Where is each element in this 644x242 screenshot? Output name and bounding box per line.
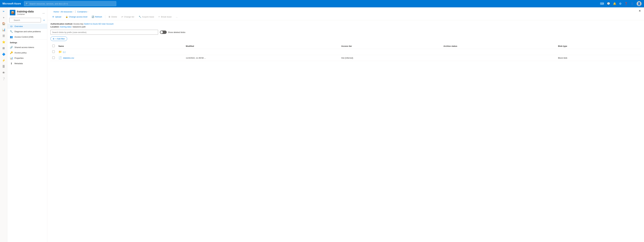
- question-icon[interactable]: ❔: [1, 76, 6, 82]
- close-button[interactable]: ✕: [638, 9, 641, 12]
- favorites-icon[interactable]: ⭐: [1, 39, 6, 45]
- avatar[interactable]: 👤: [636, 1, 642, 6]
- sidebar-icon-rail: ≫ ＋ 🏠 📊 ☰ ⭐ ⊞ 🔷 ⚡ 🗄 👁 ❔: [0, 7, 8, 242]
- upload-icon: ⬆: [52, 16, 54, 18]
- row-checkbox[interactable]: [52, 50, 55, 53]
- row-checkbox-cell: [50, 55, 56, 61]
- acquire-lease-button[interactable]: 🔧 Acquire lease: [137, 15, 156, 19]
- switch-auth-link[interactable]: Switch to Azure AD User Account: [84, 23, 113, 25]
- breadcrumb-home[interactable]: Home: [54, 10, 59, 13]
- feedback-icon[interactable]: 💬: [607, 2, 610, 5]
- table-row: 📁 [..]: [50, 49, 641, 55]
- storage-link[interactable]: training-data: [60, 26, 71, 28]
- database-icon[interactable]: 🗄: [1, 64, 6, 69]
- blob-table: Name Modified Access tier Archive status…: [50, 43, 641, 61]
- nav-search-input[interactable]: [9, 18, 41, 22]
- resource-more-button[interactable]: ...: [42, 11, 45, 14]
- select-all-checkbox[interactable]: [52, 45, 55, 47]
- nav-collapse-button[interactable]: «: [43, 18, 45, 22]
- nav-item-properties[interactable]: 📊 Properties: [8, 55, 47, 61]
- access-policy-icon: 🔑: [10, 51, 13, 54]
- menu-icon[interactable]: ☰: [1, 33, 6, 39]
- add-icon[interactable]: ＋: [1, 15, 6, 20]
- iam-icon: 👥: [10, 35, 13, 38]
- change-tier-button[interactable]: ⇄ Change tier: [120, 15, 136, 19]
- nav-item-overview[interactable]: 🗂 Overview: [8, 24, 47, 29]
- folder-link[interactable]: [..]: [63, 51, 65, 53]
- nav-item-iam[interactable]: 👥 Access Control (IAM): [8, 34, 47, 40]
- home-icon[interactable]: 🏠: [1, 21, 6, 26]
- resource-subtitle: Container: [17, 13, 34, 15]
- file-icon: 📄: [58, 56, 62, 60]
- table-header-blob-type: Blob type: [556, 43, 641, 49]
- table-header-modified: Modified: [184, 43, 340, 49]
- add-filter-button[interactable]: ⊕ + Add filter: [50, 36, 67, 41]
- table-header-access-tier: Access tier: [340, 43, 442, 49]
- nav-item-diagnose[interactable]: 🔧 Diagnose and solve problems: [8, 29, 47, 34]
- nav-item-access-policy[interactable]: 🔑 Access policy: [8, 50, 47, 55]
- row-modified-cell: 11/4/2022, 11:49:58 ...: [184, 55, 340, 61]
- delete-button[interactable]: 🗑 Delete: [106, 15, 119, 19]
- content-area: Authentication method: Access key Switch…: [47, 20, 644, 63]
- location-info: Location: training-data / datastore-path: [50, 26, 641, 28]
- page-header: Home › All resources › Containers › ✕: [47, 7, 644, 13]
- metadata-icon: ℹ: [10, 62, 13, 65]
- breadcrumb: Home › All resources › Containers ›: [50, 8, 641, 13]
- row-access-tier-cell: [340, 49, 442, 55]
- search-icon: 🔍: [26, 2, 28, 5]
- row-access-tier-cell: Hot (Inferred): [340, 55, 442, 61]
- cloud-shell-icon[interactable]: ⌨: [600, 2, 604, 5]
- global-search-bar[interactable]: 🔍 Search resources, services, and docs (…: [24, 1, 116, 6]
- notifications-icon[interactable]: 🔔: [613, 2, 616, 5]
- row-name-cell: 📁 [..]: [56, 49, 184, 55]
- lightning-icon[interactable]: ⚡: [1, 58, 6, 63]
- nav-item-shared-access-tokens[interactable]: 🔗 Shared access tokens: [8, 45, 47, 50]
- row-archive-status-cell: [442, 49, 556, 55]
- row-blob-type-cell: Block blob: [556, 55, 641, 61]
- file-link[interactable]: diabetes.csv: [63, 57, 74, 59]
- left-navigation: 📦 training-data Container ... 🔍 « 🗂 Over…: [8, 7, 47, 242]
- change-tier-icon: ⇄: [121, 16, 123, 18]
- break-lease-button[interactable]: ✂ Break lease: [156, 15, 174, 19]
- toolbar: ⬆ Upload 🔒 Change access level 🔄 Refresh…: [47, 13, 644, 20]
- dashboard-icon[interactable]: 📊: [1, 27, 6, 32]
- blob-search-input[interactable]: [50, 30, 158, 35]
- row-archive-status-cell: [442, 55, 556, 61]
- help-icon[interactable]: ❓: [624, 2, 628, 5]
- filter-icon: ⊕: [53, 38, 54, 40]
- breadcrumb-sep-3: ›: [88, 11, 88, 12]
- resources-icon[interactable]: ⊞: [1, 45, 6, 51]
- row-checkbox[interactable]: [52, 56, 55, 59]
- delete-icon: 🗑: [108, 16, 110, 18]
- breadcrumb-all-resources[interactable]: All resources: [60, 10, 72, 13]
- nav-item-metadata[interactable]: ℹ Metadata: [8, 61, 47, 66]
- upload-button[interactable]: ⬆ Upload: [50, 15, 63, 19]
- overview-icon: 🗂: [10, 25, 13, 28]
- properties-icon: 📊: [10, 57, 13, 60]
- row-modified-cell: [184, 49, 340, 55]
- show-deleted-toggle[interactable]: [160, 30, 167, 34]
- lock-icon: 🔒: [66, 16, 68, 18]
- break-lease-icon: ✂: [158, 16, 160, 18]
- folder-icon: 📁: [58, 50, 62, 54]
- show-deleted-label: Show deleted blobs: [168, 31, 185, 33]
- directory-icon[interactable]: 👤: [630, 2, 634, 5]
- brand-logo: Microsoft Azure: [2, 2, 21, 5]
- change-access-level-button[interactable]: 🔒 Change access level: [64, 15, 89, 19]
- main-content: Home › All resources › Containers › ✕ ⬆ …: [47, 7, 644, 242]
- settings-icon[interactable]: ⚙: [619, 2, 622, 5]
- top-navigation: Microsoft Azure 🔍 Search resources, serv…: [0, 0, 644, 7]
- monitor-icon[interactable]: 👁: [1, 70, 6, 76]
- collapse-icon[interactable]: ≫: [1, 8, 6, 14]
- row-blob-type-cell: [556, 49, 641, 55]
- table-header-name: Name: [56, 43, 184, 49]
- refresh-button[interactable]: 🔄 Refresh: [90, 15, 104, 19]
- breadcrumb-sep-2: ›: [73, 11, 74, 12]
- container-icon[interactable]: 🔷: [1, 52, 6, 57]
- nav-search-wrapper: 🔍 «: [8, 16, 47, 24]
- resource-title: training-data: [17, 10, 34, 13]
- location-path: datastore-path: [73, 26, 86, 28]
- breadcrumb-containers[interactable]: Containers: [77, 10, 87, 13]
- more-button[interactable]: ...: [174, 15, 180, 19]
- resource-type-icon: 📦: [10, 10, 16, 15]
